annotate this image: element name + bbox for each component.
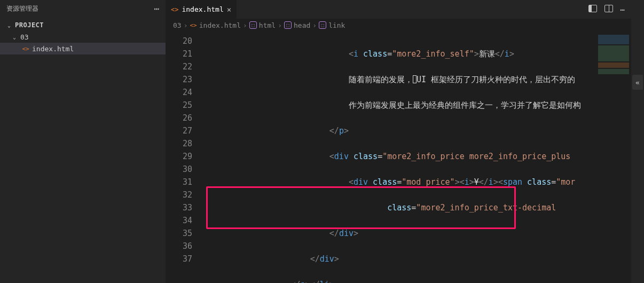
breadcrumb-item: ⬚head: [284, 21, 310, 29]
breadcrumb-item: <>index.html: [190, 21, 241, 29]
minimap[interactable]: [596, 32, 631, 283]
chevron-right-icon: ›: [312, 21, 317, 29]
breadcrumb-item: ⬚link: [319, 21, 345, 29]
project-root[interactable]: ⌄ PROJECT: [0, 19, 166, 31]
breadcrumb-item: 03: [173, 21, 182, 29]
editor-area: <> index.html × ⋯ 03 › <>index.html › ⬚h…: [166, 0, 631, 283]
line-number-gutter: 202122232425262728293031323334353637: [166, 32, 204, 283]
symbol-icon: ⬚: [249, 21, 257, 29]
folder-item[interactable]: ⌄ 03: [0, 31, 166, 43]
chevron-right-icon: ›: [184, 21, 188, 29]
editor-more-icon[interactable]: ⋯: [621, 5, 625, 14]
tab-actions: ⋯: [582, 0, 631, 19]
explorer-header: 资源管理器 ⋯: [0, 0, 166, 17]
file-label: index.html: [32, 45, 74, 53]
file-item[interactable]: <> index.html: [0, 43, 166, 54]
minimap-region: [598, 62, 629, 68]
chevron-right-icon: ›: [278, 21, 282, 29]
folder-label: 03: [20, 33, 29, 41]
project-label: PROJECT: [15, 21, 44, 29]
breadcrumb[interactable]: 03 › <>index.html › ⬚html › ⬚head › ⬚lin…: [166, 19, 631, 32]
minimap-region: [598, 45, 629, 61]
html-file-icon: <>: [190, 22, 197, 29]
text-cursor: [413, 75, 417, 83]
minimap-region: [598, 69, 629, 74]
minimap-region: [598, 35, 629, 44]
tab-bar: <> index.html × ⋯: [166, 0, 631, 19]
tab-label: index.html: [182, 5, 223, 13]
chevron-down-icon: ⌄: [13, 34, 18, 40]
html-file-icon: <>: [21, 45, 30, 52]
open-preview-icon[interactable]: [588, 5, 597, 14]
breadcrumb-item: ⬚html: [249, 21, 276, 29]
html-file-icon: <>: [171, 6, 178, 13]
explorer-sidebar: 资源管理器 ⋯ ⌄ PROJECT ⌄ 03 <> index.html: [0, 0, 166, 283]
file-tree: ⌄ PROJECT ⌄ 03 <> index.html: [0, 17, 166, 54]
explorer-more-icon[interactable]: ⋯: [154, 4, 159, 14]
symbol-icon: ⬚: [319, 21, 326, 29]
code-editor[interactable]: 202122232425262728293031323334353637 <i …: [166, 32, 631, 283]
symbol-icon: ⬚: [284, 21, 292, 29]
tab-indexhtml[interactable]: <> index.html ×: [166, 0, 237, 19]
explorer-title: 资源管理器: [6, 4, 38, 13]
chevron-right-icon: ›: [243, 21, 247, 29]
collapsed-panel: «: [631, 0, 644, 283]
expand-panel-button[interactable]: «: [632, 75, 643, 90]
close-icon[interactable]: ×: [227, 5, 231, 14]
chevron-down-icon: ⌄: [7, 22, 13, 28]
code-content[interactable]: <i class="more2_info_self">新课</i> 随着前端的发…: [204, 32, 596, 283]
split-editor-icon[interactable]: [604, 5, 613, 14]
